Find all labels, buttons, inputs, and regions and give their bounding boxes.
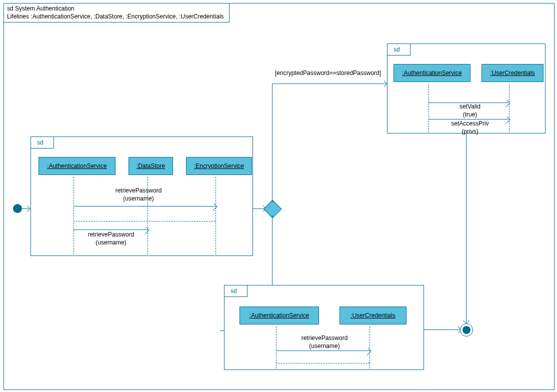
sd3-lifeline-auth: :AuthenticationService bbox=[240, 306, 319, 324]
sd1-msg2-name: retrievePassword bbox=[81, 231, 141, 239]
sd3-lifeline-user-line bbox=[370, 326, 370, 368]
sd1-lifeline-auth: :AuthenticationService bbox=[38, 157, 116, 175]
sd3-return bbox=[276, 363, 370, 364]
sd1-msg1-name: retrievePassword bbox=[106, 187, 171, 195]
sd2-lifeline-user-line bbox=[509, 84, 510, 132]
sd1-lifeline-encryption-line bbox=[216, 177, 216, 254]
edge-decision-to-sd2-arrow bbox=[381, 80, 388, 87]
sd1-return-arrow bbox=[74, 221, 216, 222]
edge-decision-to-sd2-h bbox=[272, 84, 386, 84]
final-node bbox=[460, 324, 473, 336]
decision-node bbox=[264, 200, 282, 218]
sd3-lifeline-auth-line bbox=[276, 326, 276, 368]
sd-frame-2-tab: sd bbox=[388, 44, 410, 56]
sd2-lifeline-auth-line bbox=[428, 84, 429, 132]
sd2-msg2-label: setAccessPriv (privs) bbox=[448, 120, 492, 136]
outer-title: sd System Authentication bbox=[7, 5, 224, 13]
sd2-msg1-arrow bbox=[428, 102, 508, 103]
edge-decision-to-sd2-v bbox=[272, 84, 272, 202]
initial-node bbox=[13, 204, 22, 213]
sd3-msg1-arrow bbox=[276, 350, 370, 351]
sd2-msg2-name: setAccessPriv bbox=[448, 120, 492, 128]
sd-frame-3-tab: sd bbox=[224, 286, 248, 297]
guard-text: [encryptedPassword==storedPassword] bbox=[275, 70, 381, 76]
sd1-lifeline-auth-line bbox=[74, 177, 74, 254]
sd3-msg1-arg: (username) bbox=[294, 342, 354, 350]
edge-sd2-to-end-arrow bbox=[463, 318, 470, 324]
sd-frame-1: sd :AuthenticationService :DataStore :En… bbox=[30, 136, 253, 256]
sd1-msg1-label: retrievePassword (username) bbox=[106, 187, 171, 202]
edge-sd2-to-end bbox=[466, 134, 466, 322]
sd2-msg1-label: setValid (true) bbox=[448, 103, 492, 118]
sd1-lifeline-encryption: :EncryptionService bbox=[186, 157, 252, 175]
sd3-msg1-label: retrievePassword (username) bbox=[294, 334, 354, 350]
outer-frame: sd System Authentication Lifelines :Auth… bbox=[4, 3, 554, 390]
outer-lifelines: Lifelines :AuthenticationService, :DataS… bbox=[7, 13, 224, 21]
sd-frame-3: sd :AuthenticationService :UserCredentia… bbox=[224, 285, 424, 370]
sd1-msg2-label: retrievePassword (username) bbox=[81, 231, 141, 246]
sd1-msg1-arg: (username) bbox=[106, 195, 171, 203]
guard-condition: [encryptedPassword==storedPassword] bbox=[275, 70, 380, 78]
sd2-lifeline-user: :UserCredentials bbox=[482, 64, 544, 82]
sd1-lifeline-datastore: :DataStore bbox=[128, 157, 173, 175]
sd2-msg2-arrow bbox=[428, 119, 508, 120]
sd2-msg1-arg: (true) bbox=[448, 111, 492, 119]
sd-frame-1-tab: sd bbox=[31, 137, 54, 148]
sd2-msg2-arg: (privs) bbox=[448, 128, 492, 136]
sd1-msg2-arg: (username) bbox=[81, 239, 141, 247]
sd1-msg2-arrow bbox=[74, 230, 148, 230]
outer-frame-tab: sd System Authentication Lifelines :Auth… bbox=[4, 4, 230, 22]
sd1-msg1-arrow bbox=[74, 206, 216, 206]
sd2-msg1-name: setValid bbox=[448, 103, 492, 111]
sd2-lifeline-auth: :AuthenticationService bbox=[394, 64, 470, 82]
edge-start-to-sd1-arrow bbox=[24, 206, 30, 212]
sd3-msg1-name: retrievePassword bbox=[294, 334, 354, 342]
sd-frame-2: sd :AuthenticationService :UserCredentia… bbox=[387, 44, 546, 134]
sd3-lifeline-user: :UserCredentials bbox=[340, 306, 406, 324]
